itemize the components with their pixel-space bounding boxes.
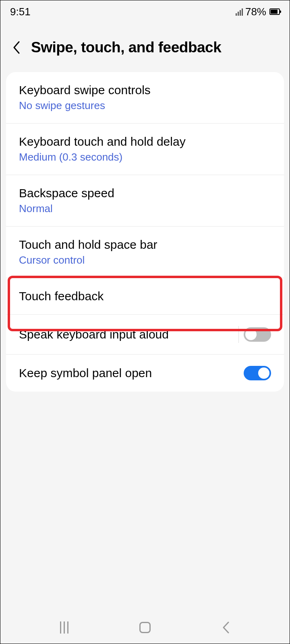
setting-value: Normal	[19, 202, 271, 215]
navigation-bar	[0, 611, 290, 644]
status-time: 9:51	[10, 6, 31, 18]
nav-home-button[interactable]	[139, 622, 151, 633]
status-bar: 9:51 78%	[0, 0, 290, 23]
setting-title: Touch feedback	[19, 289, 271, 303]
chevron-left-icon	[222, 621, 230, 634]
setting-value: Cursor control	[19, 254, 271, 266]
toggle-speak-keyboard[interactable]	[244, 327, 271, 342]
setting-keyboard-touch-hold-delay[interactable]: Keyboard touch and hold delay Medium (0.…	[6, 124, 284, 175]
setting-touch-hold-space-bar[interactable]: Touch and hold space bar Cursor control	[6, 227, 284, 278]
nav-recent-button[interactable]	[60, 621, 68, 634]
nav-back-button[interactable]	[222, 621, 230, 634]
setting-value: No swipe gestures	[19, 99, 271, 112]
setting-title: Keyboard swipe controls	[19, 83, 271, 97]
page-title: Swipe, touch, and feedback	[31, 39, 221, 56]
setting-speak-keyboard-input[interactable]: Speak keyboard input aloud	[6, 315, 284, 355]
toggle-divider	[238, 326, 239, 343]
battery-icon	[269, 8, 280, 15]
setting-title: Keep symbol panel open	[19, 366, 244, 380]
setting-touch-feedback[interactable]: Touch feedback	[6, 278, 284, 315]
toggle-keep-symbol-panel[interactable]	[244, 366, 271, 380]
setting-title: Keyboard touch and hold delay	[19, 135, 271, 149]
setting-title: Backspace speed	[19, 186, 271, 200]
chevron-left-icon	[12, 41, 21, 54]
battery-percentage: 78%	[245, 6, 266, 18]
setting-title: Speak keyboard input aloud	[19, 328, 238, 341]
setting-backspace-speed[interactable]: Backspace speed Normal	[6, 175, 284, 227]
page-header: Swipe, touch, and feedback	[0, 23, 290, 72]
settings-list: Keyboard swipe controls No swipe gesture…	[6, 72, 284, 392]
setting-value: Medium (0.3 seconds)	[19, 151, 271, 163]
setting-keyboard-swipe-controls[interactable]: Keyboard swipe controls No swipe gesture…	[6, 72, 284, 124]
setting-keep-symbol-panel-open[interactable]: Keep symbol panel open	[6, 355, 284, 392]
back-button[interactable]	[10, 41, 23, 54]
setting-title: Touch and hold space bar	[19, 238, 271, 252]
status-right: 78%	[236, 6, 280, 18]
signal-icon	[236, 8, 243, 16]
